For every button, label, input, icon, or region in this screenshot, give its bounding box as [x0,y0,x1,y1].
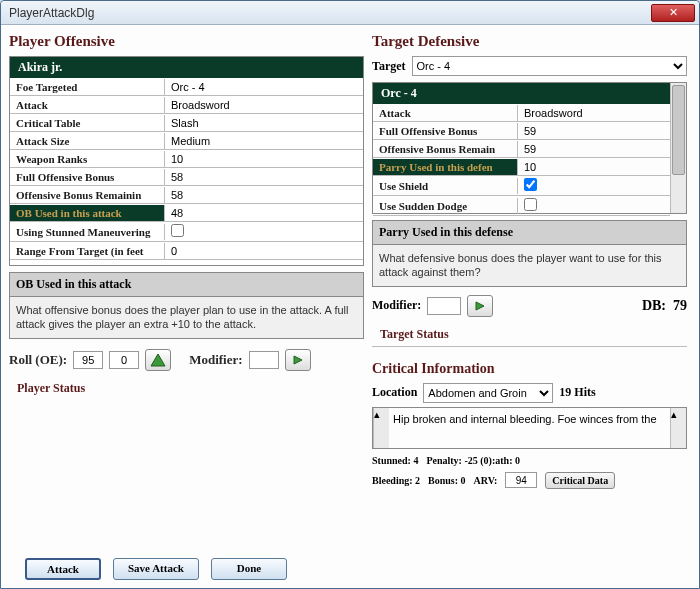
row-label: Use Sudden Dodge [373,198,518,214]
table-row: Weapon Ranks10 [10,150,363,168]
roll-input-1[interactable] [73,351,103,369]
row-label: OB Used in this attack [10,205,165,221]
row-label: Full Offensive Bonus [373,123,518,139]
roll-label: Roll (OE): [9,352,67,368]
location-select[interactable]: Abdomen and Groin [423,383,553,403]
db-label: DB: [642,298,666,313]
window-title: PlayerAttackDlg [5,6,94,20]
row-value[interactable]: Medium [165,133,363,149]
table-row: Using Stunned Maneuvering [10,222,363,242]
attack-button[interactable]: Attack [25,558,101,580]
row-value[interactable]: 59 [518,123,670,139]
table-row: Range From Target (in feet0 [10,242,363,260]
offense-character: Akira jr. [10,57,363,78]
table-row: Foe TargetedOrc - 4 [10,78,363,96]
bonus-stat: Bonus: 0 [428,475,466,486]
stunned-stat: Stunned: 4 [372,455,418,466]
table-row: Critical TableSlash [10,114,363,132]
row-label: Critical Table [10,115,165,131]
crit-text-box: ▴ Hip broken and internal bleeding. Foe … [372,407,687,449]
defense-hint: Parry Used in this defense What defensiv… [372,220,687,287]
table-row: AttackBroadsword [373,104,670,122]
save-attack-button[interactable]: Save Attack [113,558,199,580]
location-label: Location [372,385,417,400]
crit-scroll-right[interactable]: ▴ [670,408,686,448]
defense-panel: Orc - 4 AttackBroadswordFull Offensive B… [372,82,687,214]
target-status-label: Target Status [380,327,687,342]
crit-text: Hip broken and internal bleeding. Foe wi… [389,408,670,448]
table-row: Use Sudden Dodge [373,196,670,216]
row-checkbox[interactable] [171,224,184,237]
offense-hint-body: What offensive bonus does the player pla… [10,297,363,338]
row-value [518,196,670,215]
dialog-window: PlayerAttackDlg ✕ Player Offensive Akira… [0,0,700,589]
row-checkbox[interactable] [524,178,537,191]
row-label: Foe Targeted [10,79,165,95]
svg-marker-2 [476,302,484,310]
defense-modifier-label: Modifier: [372,298,421,313]
row-value [518,176,670,195]
titlebar: PlayerAttackDlg ✕ [1,1,699,25]
row-label: Range From Target (in feet [10,243,165,259]
svg-marker-0 [151,354,165,366]
row-label: Full Offensive Bonus [10,169,165,185]
table-row: AttackBroadsword [10,96,363,114]
critical-data-button[interactable]: Critical Data [545,472,615,489]
defense-character: Orc - 4 [373,83,670,104]
table-row: Use Shield [373,176,670,196]
defense-hint-title: Parry Used in this defense [373,221,686,245]
row-value[interactable]: 58 [165,169,363,185]
row-label: Attack Size [10,133,165,149]
row-value[interactable]: Broadsword [165,97,363,113]
row-value [165,222,363,241]
roll-dice-button[interactable] [145,349,171,371]
arv-label: ARV: [474,475,498,486]
db-value: 79 [673,298,687,313]
penalty-stat: Penalty: -25 (0):ath: 0 [426,455,520,466]
row-value[interactable]: Orc - 4 [165,79,363,95]
row-value[interactable]: 58 [165,187,363,203]
row-value[interactable]: 48 [165,205,363,221]
target-label: Target [372,59,406,74]
row-value[interactable]: 10 [165,151,363,167]
arv-input[interactable] [505,472,537,488]
defense-hint-body: What defensive bonus does the player wan… [373,245,686,286]
defense-apply-button[interactable] [467,295,493,317]
defense-title: Target Defensive [372,33,687,50]
row-label: Using Stunned Maneuvering [10,224,165,240]
crit-scroll-left[interactable]: ▴ [373,408,389,448]
row-value[interactable]: 10 [518,159,670,175]
offense-apply-button[interactable] [285,349,311,371]
row-label: Offensive Bonus Remainin [10,187,165,203]
row-label: Attack [373,105,518,121]
close-button[interactable]: ✕ [651,4,695,22]
row-value[interactable]: 59 [518,141,670,157]
table-row: Offensive Bonus Remain59 [373,140,670,158]
bleeding-stat: Bleeding: 2 [372,475,420,486]
offense-title: Player Offensive [9,33,364,50]
row-label: Parry Used in this defen [373,159,518,175]
hits-label: 19 Hits [559,385,595,400]
row-label: Use Shield [373,178,518,194]
row-label: Offensive Bonus Remain [373,141,518,157]
offense-modifier-label: Modifier: [189,352,242,368]
defense-modifier-input[interactable] [427,297,461,315]
done-button[interactable]: Done [211,558,287,580]
defense-scrollbar[interactable] [670,83,686,213]
target-select[interactable]: Orc - 4 [412,56,687,76]
offense-modifier-input[interactable] [249,351,279,369]
table-row: Offensive Bonus Remainin58 [10,186,363,204]
player-status-label: Player Status [17,381,364,396]
offense-hint: OB Used in this attack What offensive bo… [9,272,364,339]
roll-input-2[interactable] [109,351,139,369]
row-label: Attack [10,97,165,113]
row-value[interactable]: 0 [165,243,363,259]
row-value[interactable]: Slash [165,115,363,131]
table-row: OB Used in this attack48 [10,204,363,222]
row-checkbox[interactable] [524,198,537,211]
row-value[interactable]: Broadsword [518,105,670,121]
crit-title: Critical Information [372,361,687,377]
table-row: Full Offensive Bonus58 [10,168,363,186]
offense-panel: Akira jr. Foe TargetedOrc - 4AttackBroad… [9,56,364,266]
table-row: Parry Used in this defen10 [373,158,670,176]
